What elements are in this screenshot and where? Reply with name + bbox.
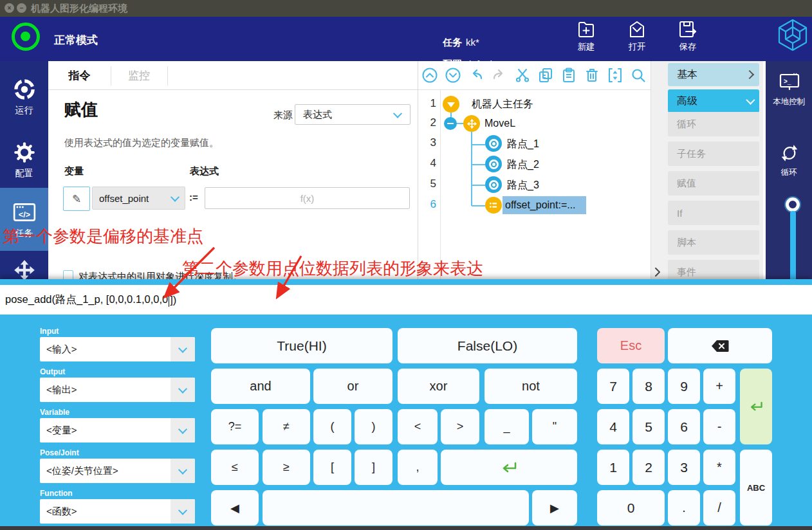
- key-asterisk[interactable]: *: [703, 450, 735, 485]
- key-slash[interactable]: /: [703, 490, 735, 525]
- palette-group-advanced[interactable]: 高级: [668, 89, 759, 113]
- move-down-button[interactable]: [445, 67, 461, 84]
- sidebar-item-config[interactable]: 配置: [0, 129, 48, 190]
- palette-item-loop[interactable]: 循环: [668, 112, 759, 136]
- tab-monitor[interactable]: 监控: [111, 61, 167, 90]
- source-select[interactable]: 表达式: [295, 104, 411, 125]
- key-3[interactable]: 3: [668, 450, 700, 485]
- palette-group-basic[interactable]: 基本: [668, 63, 759, 86]
- undo-button[interactable]: [468, 67, 484, 84]
- tab-instruction[interactable]: 指令: [48, 61, 111, 90]
- deep-copy-checkbox[interactable]: [63, 270, 73, 279]
- palette-item-event[interactable]: 事件: [668, 260, 759, 279]
- delete-button[interactable]: [584, 67, 600, 84]
- palette-item-if[interactable]: If: [668, 201, 759, 225]
- open-task-button[interactable]: 打开: [618, 19, 656, 53]
- sidebar-item-jog[interactable]: [0, 251, 48, 279]
- keypad-enter[interactable]: [740, 369, 772, 444]
- header: 正常模式 任务 kk* 配置 default* 新建 打开 保存: [0, 17, 812, 61]
- paste-icon: [560, 67, 577, 84]
- key-8[interactable]: 8: [632, 369, 665, 404]
- key-not[interactable]: not: [484, 369, 577, 404]
- tree-node-assignment[interactable]: offset_point:=...: [505, 199, 576, 211]
- key-lbracket[interactable]: [: [313, 450, 351, 485]
- key-greater-than[interactable]: >: [441, 409, 479, 444]
- variable-select[interactable]: offset_point: [92, 187, 185, 210]
- key-abc-mode[interactable]: ABC: [740, 450, 772, 525]
- speed-slider-track[interactable]: [790, 211, 796, 279]
- cut-button[interactable]: [514, 67, 531, 84]
- tree-node-movel[interactable]: MoveL: [484, 118, 515, 129]
- copy-button[interactable]: [537, 67, 554, 84]
- key-9[interactable]: 9: [668, 369, 700, 404]
- expand-panel-chevron-icon[interactable]: [652, 267, 663, 277]
- key-or[interactable]: or: [313, 369, 392, 404]
- palette-item-subtask[interactable]: 子任务: [668, 142, 759, 166]
- key-and[interactable]: and: [211, 369, 310, 404]
- collapse-nodes-button[interactable]: [607, 67, 623, 84]
- key-2[interactable]: 2: [632, 450, 665, 485]
- key-backspace[interactable]: [668, 328, 772, 363]
- key-escape[interactable]: Esc: [597, 328, 665, 363]
- scissors-icon: [514, 67, 531, 84]
- key-lparen[interactable]: (: [313, 409, 351, 444]
- input-select[interactable]: <输入>: [40, 337, 195, 361]
- key-4[interactable]: 4: [597, 409, 629, 444]
- key-rbracket[interactable]: ]: [355, 450, 392, 485]
- key-false[interactable]: False(LO): [398, 328, 577, 363]
- pose-select[interactable]: <位姿/关节位置>: [40, 459, 195, 483]
- edit-variable-button[interactable]: ✎: [63, 187, 90, 211]
- key-assign-eq[interactable]: ?=: [211, 409, 259, 444]
- paste-button[interactable]: [560, 67, 577, 84]
- move-up-button[interactable]: [421, 67, 438, 84]
- collapse-node-icon[interactable]: [444, 117, 457, 130]
- search-button[interactable]: [630, 67, 647, 84]
- tree-node-waypoint2[interactable]: 路点_2: [507, 158, 539, 172]
- tree-node-waypoint3[interactable]: 路点_3: [507, 179, 539, 192]
- key-cursor-left[interactable]: ◀: [211, 490, 259, 525]
- key-xor[interactable]: xor: [398, 369, 479, 404]
- key-comma[interactable]: ,: [398, 450, 438, 485]
- palette-item-script[interactable]: 脚本: [668, 230, 759, 255]
- save-task-button[interactable]: 保存: [669, 19, 707, 53]
- expression-input[interactable]: [205, 187, 410, 209]
- new-task-button[interactable]: 新建: [567, 19, 605, 53]
- key-7[interactable]: 7: [597, 369, 629, 404]
- move-arrows-icon: [466, 118, 477, 129]
- palette-item-assign[interactable]: 赋值: [668, 171, 759, 196]
- expression-editor[interactable]: pose_add(路点_1_p, [0,0,0.1,0,0,0]): [0, 285, 812, 315]
- key-0[interactable]: 0: [597, 490, 665, 525]
- minimize-icon[interactable]: –: [17, 3, 26, 13]
- output-select[interactable]: <输出>: [40, 378, 195, 402]
- key-not-equal[interactable]: ≠: [263, 409, 310, 444]
- task-label: 任务: [443, 37, 462, 49]
- key-quote[interactable]: ": [532, 409, 577, 444]
- speed-slider-handle[interactable]: [786, 197, 800, 212]
- key-minus[interactable]: -: [703, 409, 735, 444]
- loop-mode-button[interactable]: [779, 142, 800, 167]
- key-less-equal[interactable]: ≤: [211, 450, 259, 485]
- key-plus[interactable]: +: [703, 369, 735, 404]
- variable-select-kbd[interactable]: <变量>: [40, 418, 195, 443]
- key-space[interactable]: [263, 490, 529, 525]
- tree-node-waypoint1[interactable]: 路点_1: [507, 138, 539, 151]
- key-underscore[interactable]: _: [484, 409, 529, 444]
- key-enter[interactable]: [441, 450, 577, 485]
- redo-button[interactable]: [491, 67, 508, 84]
- key-cursor-right[interactable]: ▶: [532, 490, 577, 525]
- function-select[interactable]: <函数>: [40, 499, 195, 524]
- key-rparen[interactable]: ): [355, 409, 392, 444]
- sidebar-item-run[interactable]: 运行: [0, 66, 48, 127]
- tree-node-root[interactable]: 机器人主任务: [472, 98, 533, 111]
- key-dot[interactable]: .: [668, 490, 700, 525]
- key-6[interactable]: 6: [668, 409, 700, 444]
- close-icon[interactable]: ×: [5, 3, 14, 13]
- line-number-divider: [440, 90, 441, 279]
- assignment-node-icon: [485, 197, 502, 214]
- key-5[interactable]: 5: [632, 409, 665, 444]
- key-less-than[interactable]: <: [398, 409, 438, 444]
- local-control-button[interactable]: >_: [778, 71, 801, 96]
- key-1[interactable]: 1: [597, 450, 629, 485]
- key-greater-equal[interactable]: ≥: [263, 450, 310, 485]
- key-true[interactable]: True(HI): [211, 328, 392, 363]
